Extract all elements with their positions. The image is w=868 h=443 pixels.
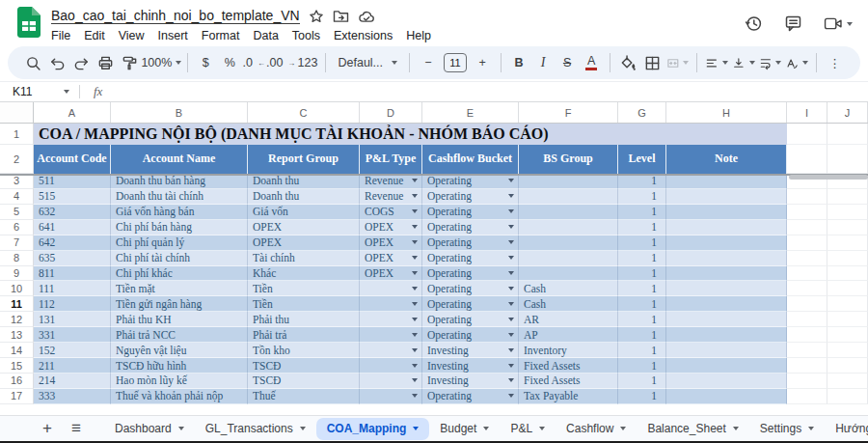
- empty-cell[interactable]: [827, 343, 868, 358]
- empty-cell[interactable]: [787, 145, 827, 174]
- cell-dropdown-icon[interactable]: [412, 364, 418, 368]
- empty-cell[interactable]: [787, 251, 827, 266]
- cell-cashflow-bucket[interactable]: Operating: [422, 205, 519, 220]
- cell-bs-group[interactable]: Fixed Assets: [519, 374, 618, 389]
- menu-help[interactable]: Help: [399, 28, 438, 43]
- cell-dropdown-icon[interactable]: [412, 225, 418, 229]
- cell-bs-group[interactable]: [519, 205, 618, 220]
- cell-dropdown-icon[interactable]: [508, 333, 514, 337]
- cell-cashflow-bucket[interactable]: Operating: [422, 327, 519, 343]
- header-cell-level[interactable]: Level: [618, 145, 666, 174]
- empty-cell[interactable]: [827, 327, 868, 343]
- bold-button[interactable]: B: [507, 50, 531, 75]
- cell-pl-type[interactable]: OPEX: [360, 235, 422, 251]
- all-sheets-button[interactable]: ≡: [62, 416, 91, 441]
- cell-dropdown-icon[interactable]: [508, 302, 514, 306]
- cell-account-code[interactable]: 112: [34, 296, 111, 312]
- empty-cell[interactable]: [827, 296, 868, 312]
- cell-dropdown-icon[interactable]: [508, 318, 514, 321]
- undo-button[interactable]: [45, 50, 69, 75]
- horizontal-align-button[interactable]: [703, 50, 730, 75]
- sheet-tab-cashflow[interactable]: Cashflow: [556, 416, 637, 442]
- sheet-tab-settings[interactable]: Settings: [749, 416, 825, 442]
- column-header-E[interactable]: E: [422, 102, 519, 123]
- sheet-tab-h-ng[interactable]: Hướng: [825, 416, 868, 442]
- chevron-down-icon[interactable]: [620, 427, 626, 430]
- horizontal-scrollbar-thumb[interactable]: [789, 175, 868, 180]
- cell-note[interactable]: [666, 266, 787, 282]
- cell-report-group[interactable]: Phải trả: [248, 327, 360, 343]
- row-header-11[interactable]: 11: [0, 296, 34, 312]
- header-cell-account-code[interactable]: Account Code: [34, 145, 111, 174]
- cell-level[interactable]: 1: [618, 389, 666, 404]
- cell-dropdown-icon[interactable]: [508, 240, 514, 244]
- row-header-6[interactable]: 6: [0, 220, 34, 235]
- cell-bs-group[interactable]: AR: [519, 312, 618, 327]
- cell-note[interactable]: [666, 358, 787, 374]
- cell-note[interactable]: [666, 296, 787, 312]
- menu-file[interactable]: File: [44, 28, 77, 43]
- redo-button[interactable]: [69, 50, 94, 75]
- sheet-tab-p-l[interactable]: P&L: [500, 416, 556, 442]
- cell-cashflow-bucket[interactable]: Operating: [422, 235, 519, 251]
- cell-account-name[interactable]: Doanh thu tài chính: [111, 189, 248, 205]
- cell-cashflow-bucket[interactable]: Investing: [422, 374, 519, 389]
- font-selector[interactable]: Defaul...: [332, 50, 403, 75]
- cell-note[interactable]: [666, 205, 787, 220]
- chevron-down-icon[interactable]: [483, 427, 489, 430]
- cell-report-group[interactable]: OPEX: [248, 235, 360, 251]
- text-wrap-button[interactable]: [757, 50, 784, 75]
- header-cell-report-group[interactable]: Report Group: [248, 145, 360, 174]
- column-header-I[interactable]: I: [787, 102, 827, 123]
- document-title[interactable]: Bao_cao_tai_chinh_noi_bo_template_VN: [51, 8, 300, 24]
- cell-account-name[interactable]: Tiền gửi ngân hàng: [111, 296, 248, 312]
- sheet-tab-budget[interactable]: Budget: [429, 416, 500, 442]
- cell-pl-type[interactable]: Revenue: [360, 174, 422, 189]
- cell-account-code[interactable]: 214: [34, 374, 111, 389]
- vertical-align-button[interactable]: [730, 50, 757, 75]
- cell-dropdown-icon[interactable]: [508, 209, 514, 213]
- cloud-status-icon[interactable]: [358, 10, 376, 23]
- cell-dropdown-icon[interactable]: [412, 318, 418, 321]
- cell-account-name[interactable]: Chi phí tài chính: [111, 251, 248, 266]
- strikethrough-button[interactable]: S: [556, 50, 580, 75]
- cell-account-code[interactable]: 333: [34, 389, 111, 404]
- format-currency-button[interactable]: $: [194, 50, 218, 75]
- cell-level[interactable]: 1: [618, 343, 666, 358]
- cell-level[interactable]: 1: [618, 327, 666, 343]
- header-cell-pl-type[interactable]: P&L Type: [360, 145, 422, 174]
- cell-report-group[interactable]: Khác: [248, 266, 360, 282]
- cell-cashflow-bucket[interactable]: Operating: [422, 174, 519, 189]
- cell-pl-type[interactable]: Revenue: [360, 189, 422, 205]
- cell-pl-type[interactable]: [360, 327, 422, 343]
- row-header-13[interactable]: 13: [0, 327, 34, 343]
- paint-format-button[interactable]: [118, 50, 142, 75]
- cell-note[interactable]: [666, 327, 787, 343]
- row-header-3[interactable]: 3: [0, 174, 34, 189]
- column-header-F[interactable]: F: [519, 102, 618, 123]
- sheets-logo-icon[interactable]: [17, 7, 41, 42]
- cell-account-code[interactable]: 641: [34, 220, 111, 235]
- cell-pl-type[interactable]: [360, 374, 422, 389]
- cell-account-name[interactable]: Hao mòn lũy kế: [111, 374, 248, 389]
- increase-decimals-button[interactable]: .00→: [266, 50, 296, 75]
- chevron-down-icon[interactable]: [300, 427, 306, 430]
- cell-dropdown-icon[interactable]: [412, 287, 418, 291]
- header-cell-note[interactable]: Note: [666, 145, 787, 174]
- empty-cell[interactable]: [827, 220, 868, 235]
- cell-bs-group[interactable]: [519, 266, 618, 282]
- empty-cell[interactable]: [787, 266, 827, 282]
- text-color-button[interactable]: A: [580, 50, 604, 75]
- cell-level[interactable]: 1: [618, 220, 666, 235]
- cell-account-code[interactable]: 511: [34, 174, 111, 189]
- borders-button[interactable]: [640, 50, 665, 75]
- menu-view[interactable]: View: [112, 28, 151, 43]
- sheet-tab-balance-sheet[interactable]: Balance_Sheet: [637, 416, 748, 442]
- cell-bs-group[interactable]: Cash: [519, 281, 618, 296]
- empty-cell[interactable]: [787, 235, 827, 251]
- empty-cell[interactable]: [787, 220, 827, 235]
- row-header-1[interactable]: 1: [0, 124, 34, 145]
- cell-dropdown-icon[interactable]: [508, 179, 514, 182]
- chevron-down-icon[interactable]: [178, 427, 184, 430]
- cell-pl-type[interactable]: [360, 296, 422, 312]
